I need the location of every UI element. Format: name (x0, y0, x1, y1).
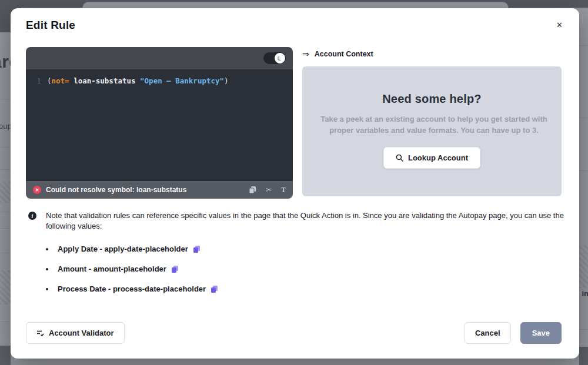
code-token-symbol: loan-substatus (69, 76, 140, 85)
list-item: Process Date - process-date-placeholder (46, 284, 218, 293)
account-context-title: Account Context (315, 50, 373, 58)
copy-icon[interactable] (171, 265, 179, 273)
moon-icon: ☾ (273, 52, 286, 65)
lookup-account-label: Lookup Account (408, 153, 468, 162)
modal-title: Edit Rule (26, 19, 75, 32)
edit-rule-modal: Edit Rule ✕ ☾ 1(not= loan-substatus "Ope… (11, 8, 579, 359)
rule-code-editor[interactable]: ☾ 1(not= loan-substatus "Open – Bankrupt… (26, 47, 293, 199)
background-row-line (579, 170, 588, 171)
editor-toolbar: ☾ (26, 47, 293, 69)
account-context-header: ⇒ Account Context (302, 49, 373, 59)
placeholder-label: Process Date - process-date-placeholder (58, 284, 206, 293)
background-hatched-row (0, 182, 11, 203)
list-item: Apply Date - apply-date-placeholder (46, 245, 218, 253)
background-bottom-block (579, 347, 588, 365)
validation-note: i Note that validation rules can referen… (28, 210, 567, 231)
cancel-button[interactable]: Cancel (465, 322, 511, 344)
code-area[interactable]: 1(not= loan-substatus "Open – Bankruptcy… (26, 69, 293, 181)
arrow-right-icon: ⇒ (302, 49, 309, 59)
list-item: Amount - amount-placeholder (46, 264, 218, 273)
placeholder-list: Apply Date - apply-date-placeholder Amou… (46, 245, 218, 304)
background-row-line (579, 118, 588, 118)
search-icon (396, 154, 403, 162)
background-row-line (0, 212, 11, 212)
placeholder-label: Apply Date - apply-date-placeholder (58, 245, 188, 253)
info-icon: i (28, 212, 36, 220)
background-row-line (0, 99, 11, 99)
bullet-icon (46, 268, 48, 270)
help-body-text: Take a peek at an existing account to he… (316, 114, 552, 136)
bullet-icon (46, 288, 48, 290)
error-icon: ✕ (33, 186, 41, 194)
placeholder-label: Amount - amount-placeholder (58, 264, 166, 273)
code-token-operator: not= (52, 76, 69, 85)
background-bottom-block (0, 346, 11, 365)
editor-status-bar: ✕ Could not resolve symbol: loan-substat… (26, 181, 293, 199)
text-format-icon[interactable]: T (281, 186, 286, 195)
code-token-paren-close: ) (224, 76, 229, 85)
save-button[interactable]: Save (520, 322, 562, 344)
line-number: 1 (26, 75, 41, 87)
footer-actions: Cancel Save (465, 322, 562, 344)
background-row-line (0, 322, 11, 322)
help-heading: Need some help? (316, 92, 547, 106)
background-hatched-row (579, 245, 588, 288)
background-row-line (579, 45, 588, 46)
copy-icon[interactable] (193, 245, 201, 253)
background-row-line (0, 253, 11, 253)
background-hatched-row (0, 270, 11, 304)
code-token-paren-open: ( (47, 76, 52, 85)
dark-mode-toggle[interactable]: ☾ (263, 52, 286, 64)
checklist-icon (36, 330, 44, 337)
background-row-line (0, 228, 11, 229)
code-token-string: "Open – Bankruptcy" (140, 76, 224, 85)
background-row-line (0, 169, 11, 170)
account-validator-button[interactable]: Account Validator (26, 322, 125, 344)
close-icon[interactable]: ✕ (556, 21, 563, 29)
validation-note-text: Note that validation rules can reference… (46, 210, 567, 231)
lookup-account-button[interactable]: Lookup Account (383, 147, 480, 169)
copy-icon[interactable] (249, 186, 256, 194)
copy-icon[interactable] (211, 285, 218, 293)
account-context-help-panel: Need some help? Take a peek at an existi… (302, 66, 562, 196)
bullet-icon (46, 248, 48, 250)
cut-icon[interactable]: ✂ (266, 186, 272, 194)
background-row-line (0, 147, 11, 148)
account-validator-label: Account Validator (49, 329, 114, 337)
background-row-line (579, 329, 588, 330)
background-text-fragment-left: oup (0, 122, 12, 130)
error-message: Could not resolve symbol: loan-substatus (46, 186, 244, 194)
background-text-fragment-right: in (582, 289, 588, 298)
